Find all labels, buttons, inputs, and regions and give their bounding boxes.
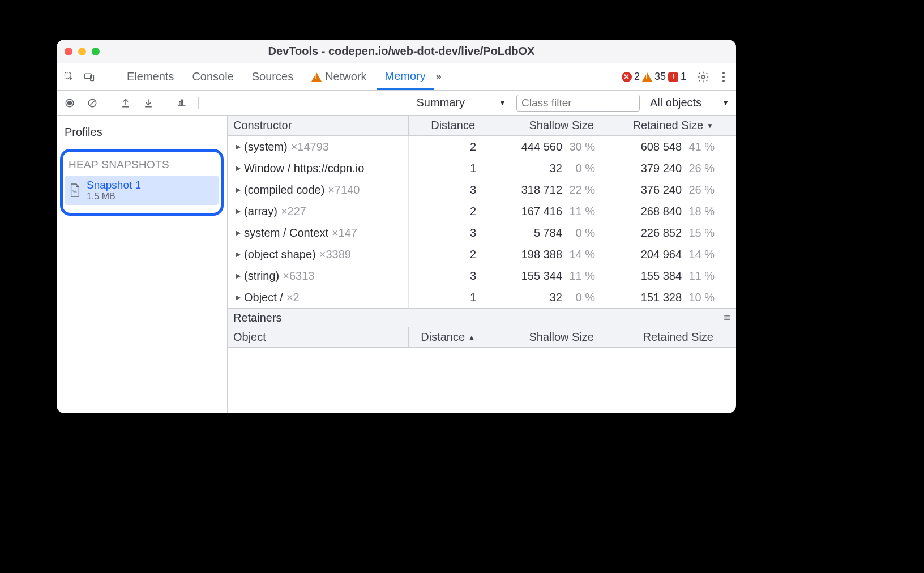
warning-icon (642, 72, 652, 82)
view-mode-dropdown[interactable]: Summary ▼ (413, 96, 506, 109)
svg-point-3 (701, 75, 705, 79)
col-constructor[interactable]: Constructor (228, 116, 409, 135)
table-row[interactable]: ▶(object shape) ×33892198 38814 %204 964… (228, 243, 736, 265)
error-count: 2 (634, 71, 640, 83)
cell-shallow: 167 41611 % (481, 200, 600, 222)
main-panel: Constructor Distance Shallow Size Retain… (228, 116, 736, 413)
tab-elements[interactable]: Elements (119, 63, 182, 90)
cell-distance: 3 (409, 179, 481, 200)
retainers-menu-icon[interactable]: ≡ (724, 311, 730, 324)
cell-shallow: 155 34411 % (481, 265, 600, 286)
constructor-count: ×227 (281, 205, 306, 218)
cell-distance: 2 (409, 200, 481, 222)
tab-network[interactable]: Network (303, 63, 374, 90)
ret-col-distance[interactable]: Distance▲ (409, 327, 481, 347)
cell-distance: 3 (409, 222, 481, 243)
record-button[interactable] (61, 97, 78, 109)
warning-count-badge[interactable]: 35 (642, 71, 666, 83)
more-tabs-button[interactable]: » (436, 71, 442, 83)
ret-col-shallow[interactable]: Shallow Size (481, 327, 600, 347)
col-shallow-size[interactable]: Shallow Size (481, 116, 600, 135)
separator (165, 97, 165, 109)
snapshot-file-icon: % (69, 183, 81, 198)
constructor-name: system / Context (244, 226, 328, 240)
load-profile-button[interactable] (117, 97, 134, 109)
expand-icon[interactable]: ▶ (236, 250, 241, 258)
tab-sources[interactable]: Sources (244, 63, 301, 90)
table-row[interactable]: ▶system / Context ×14735 7840 %226 85215… (228, 222, 736, 243)
cell-shallow: 444 56030 % (481, 136, 600, 157)
warning-icon (311, 72, 322, 82)
separator (104, 71, 113, 83)
expand-icon[interactable]: ▶ (236, 272, 241, 280)
object-filter-dropdown[interactable]: All objects (650, 96, 701, 109)
ret-col-retained[interactable]: Retained Size (600, 327, 719, 347)
expand-icon[interactable]: ▶ (236, 293, 241, 301)
cell-constructor: ▶Window / https://cdpn.io (228, 157, 409, 179)
constructor-name: Object / (244, 291, 283, 304)
cell-retained: 204 96414 % (600, 243, 719, 265)
tab-console[interactable]: Console (184, 63, 241, 90)
error-count-badge[interactable]: ✕ 2 (622, 71, 640, 83)
constructor-name: Window / https://cdpn.io (244, 162, 364, 175)
ret-col-object[interactable]: Object (228, 327, 409, 347)
tab-memory-label: Memory (385, 70, 426, 83)
issues-icon: ! (668, 72, 678, 82)
cell-distance: 2 (409, 243, 481, 265)
svg-point-5 (68, 101, 72, 105)
kebab-menu-button[interactable] (715, 72, 733, 82)
snapshot-item[interactable]: % Snapshot 1 1.5 MB (65, 176, 219, 205)
cell-retained: 151 32810 % (600, 286, 719, 308)
cell-retained: 226 85215 % (600, 222, 719, 243)
cell-distance: 2 (409, 136, 481, 157)
expand-icon[interactable]: ▶ (236, 186, 241, 194)
chevron-down-icon[interactable]: ▼ (722, 99, 729, 107)
issues-count-badge[interactable]: ! 1 (668, 71, 686, 83)
profiles-heading: Profiles (57, 120, 227, 144)
table-row[interactable]: ▶(string) ×63133155 34411 %155 38411 % (228, 265, 736, 286)
table-row[interactable]: ▶(array) ×2272167 41611 %268 84018 % (228, 200, 736, 222)
save-profile-button[interactable] (140, 97, 157, 109)
constructor-count: ×147 (332, 226, 357, 240)
constructor-count: ×7140 (328, 183, 360, 196)
clear-button[interactable] (84, 97, 101, 109)
settings-button[interactable] (694, 71, 712, 83)
cell-distance: 1 (409, 286, 481, 308)
heap-snapshots-section: HEAP SNAPSHOTS % Snapshot 1 1.5 MB (60, 149, 224, 216)
col-retained-size[interactable]: Retained Size▼ (600, 116, 719, 135)
expand-icon[interactable]: ▶ (236, 164, 241, 172)
view-mode-label: Summary (417, 96, 465, 109)
tab-memory[interactable]: Memory (377, 63, 434, 90)
object-filter-label: All objects (650, 96, 701, 109)
tab-elements-label: Elements (127, 70, 174, 83)
constructor-count: ×6313 (283, 270, 314, 283)
retainers-columns: Object Distance▲ Shallow Size Retained S… (228, 327, 736, 348)
status-badges: ✕ 2 35 ! 1 (622, 71, 686, 83)
table-row[interactable]: ▶(system) ×147932444 56030 %608 54841 % (228, 136, 736, 157)
tab-bar: Elements Console Sources Network Memory … (57, 63, 736, 91)
close-window-button[interactable] (65, 48, 72, 55)
inspect-icon[interactable] (60, 71, 78, 83)
tab-network-label: Network (325, 70, 366, 83)
expand-icon[interactable]: ▶ (236, 143, 241, 151)
cell-retained: 268 84018 % (600, 200, 719, 222)
tab-console-label: Console (192, 70, 233, 83)
cell-retained: 379 24026 % (600, 157, 719, 179)
sort-desc-icon: ▼ (707, 122, 713, 130)
col-distance[interactable]: Distance (409, 116, 481, 135)
cell-retained: 608 54841 % (600, 136, 719, 157)
device-toggle-icon[interactable] (80, 71, 99, 83)
table-row[interactable]: ▶Window / https://cdpn.io1320 %379 24026… (228, 157, 736, 179)
constructor-count: ×14793 (291, 140, 329, 153)
class-filter-input[interactable] (516, 95, 640, 112)
snapshot-text: Snapshot 1 1.5 MB (87, 179, 141, 202)
constructor-count: ×3389 (319, 248, 351, 261)
table-row[interactable]: ▶Object / ×21320 %151 32810 % (228, 286, 736, 308)
cell-shallow: 320 % (481, 157, 600, 179)
gc-button[interactable] (173, 97, 190, 109)
chevron-down-icon: ▼ (499, 99, 506, 107)
expand-icon[interactable]: ▶ (236, 229, 241, 237)
expand-icon[interactable]: ▶ (236, 207, 241, 215)
table-row[interactable]: ▶(compiled code) ×71403318 71222 %376 24… (228, 179, 736, 200)
separator (198, 97, 199, 109)
